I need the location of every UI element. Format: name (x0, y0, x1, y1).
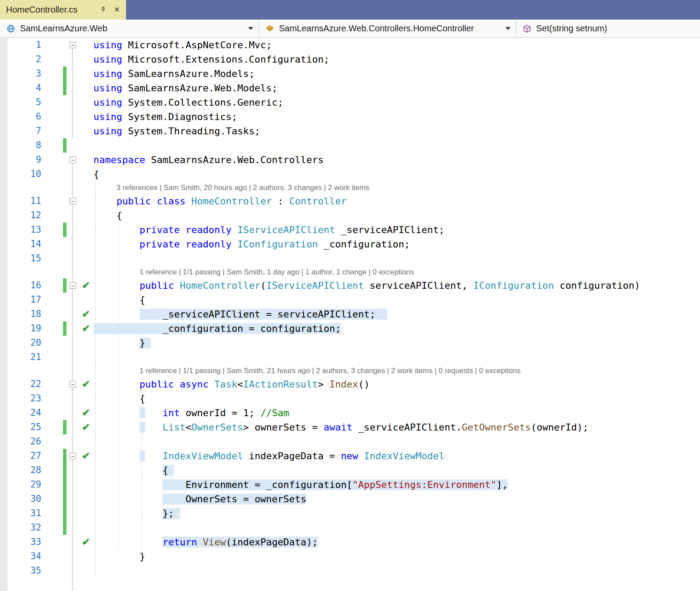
code-line[interactable]: 16−✔ public HomeController(IServiceAPICl… (0, 278, 700, 293)
code-line[interactable]: 26 (0, 434, 700, 449)
code-text: public HomeController(IServiceAPIClient … (93, 278, 700, 293)
code-token: _serviceAPIClient; (335, 224, 445, 235)
code-line[interactable]: 3using SamLearnsAzure.Models; (0, 67, 700, 81)
coverage-margin (79, 492, 93, 506)
coverage-margin (79, 350, 93, 364)
code-token: using (93, 68, 122, 79)
codelens-text[interactable]: 3 references | Sam Smith, 20 hours ago |… (93, 181, 700, 194)
code-line[interactable]: 7using System.Threading.Tasks; (0, 124, 700, 138)
code-line[interactable]: 20 } (0, 336, 700, 350)
collapse-toggle-icon[interactable]: − (70, 453, 76, 459)
code-line[interactable]: 22−✔ public async Task<IActionResult> In… (0, 377, 700, 391)
code-line[interactable]: 24✔ int ownerId = 1; //Sam (0, 406, 700, 420)
change-margin (46, 321, 66, 336)
outline-margin (66, 506, 79, 521)
change-margin (46, 449, 66, 463)
code-line[interactable]: 1−using Microsoft.AspNetCore.Mvc; (0, 38, 700, 52)
collapse-toggle-icon[interactable]: − (70, 381, 76, 387)
code-line[interactable]: 2using Microsoft.Extensions.Configuratio… (0, 52, 700, 67)
collapse-toggle-icon[interactable]: − (70, 42, 76, 48)
code-line[interactable]: 15 (0, 251, 700, 266)
code-line[interactable]: 19✔ _configuration = configuration; (0, 321, 700, 336)
code-line[interactable]: 14 private readonly IConfiguration _conf… (0, 237, 700, 251)
chevron-down-icon[interactable] (248, 27, 253, 30)
outline-margin (66, 251, 79, 266)
type-dropdown[interactable]: SamLearnsAzure.Web.Controllers.HomeContr… (259, 20, 516, 37)
code-token: View (203, 537, 226, 548)
coverage-margin (79, 477, 93, 492)
code-line[interactable]: 29 Environment = _configuration["AppSett… (0, 477, 700, 492)
code-line[interactable]: 9−namespace SamLearnsAzure.Web.Controlle… (0, 153, 700, 167)
code-line[interactable]: 34 } (0, 549, 700, 564)
codelens-row[interactable]: 3 references | Sam Smith, 20 hours ago |… (0, 181, 700, 194)
line-number (7, 266, 46, 278)
code-line[interactable]: 10{ (0, 167, 700, 181)
code-line[interactable]: 28 { (0, 463, 700, 477)
code-token: serviceAPIClient, (364, 280, 474, 291)
line-number: 12 (7, 208, 46, 223)
line-number: 30 (7, 492, 46, 506)
outline-margin: − (66, 377, 79, 391)
code-line[interactable]: 8 (0, 138, 700, 153)
code-editor[interactable]: 1−using Microsoft.AspNetCore.Mvc;2using … (0, 38, 700, 591)
code-line[interactable]: 4using SamLearnsAzure.Web.Models; (0, 81, 700, 95)
code-token (139, 451, 145, 461)
codelens-row[interactable]: 1 reference | 1/1 passing | Sam Smith, 2… (0, 364, 700, 377)
code-line[interactable]: 35 (0, 564, 700, 578)
line-number: 24 (7, 406, 46, 420)
pin-icon[interactable] (98, 5, 108, 15)
code-line[interactable]: 32 (0, 521, 700, 535)
change-indicator (63, 420, 66, 434)
code-token: _configuration; (318, 239, 410, 250)
coverage-margin: ✔ (79, 377, 93, 391)
member-dropdown[interactable]: Set(string setnum) (516, 20, 700, 37)
change-margin (46, 110, 66, 124)
code-token: IConfiguration (473, 280, 554, 291)
coverage-margin (79, 67, 93, 81)
code-line[interactable]: 11− public class HomeController : Contro… (0, 194, 700, 208)
line-number: 27 (7, 449, 46, 463)
line-number: 13 (7, 223, 46, 237)
code-token (197, 537, 202, 548)
codelens-row[interactable]: 1 reference | 1/1 passing | Sam Smith, 1… (0, 266, 700, 278)
change-indicator (63, 463, 66, 477)
collapse-toggle-icon[interactable]: − (70, 198, 76, 204)
code-line[interactable]: 18✔ _serviceAPIClient = serviceAPIClient… (0, 307, 700, 321)
code-line[interactable]: 31 }; (0, 506, 700, 521)
coverage-margin (79, 434, 93, 449)
code-token: using (93, 54, 122, 65)
code-line[interactable]: 33✔ return View(indexPageData); (0, 535, 700, 549)
code-line[interactable]: 30 OwnerSets = ownerSets (0, 492, 700, 506)
code-token: namespace (93, 154, 145, 165)
code-line[interactable]: 21 (0, 350, 700, 364)
codelens-text[interactable]: 1 reference | 1/1 passing | Sam Smith, 1… (93, 266, 700, 278)
outline-margin (66, 391, 79, 406)
project-dropdown[interactable]: SamLearnsAzure.Web (0, 20, 259, 37)
outline-margin (66, 321, 79, 336)
code-line[interactable]: 23 { (0, 391, 700, 406)
coverage-margin (79, 364, 93, 377)
code-text: using Microsoft.Extensions.Configuration… (93, 52, 700, 67)
code-line[interactable]: 17 { (0, 293, 700, 307)
code-line[interactable]: 6using System.Diagnostics; (0, 110, 700, 124)
code-line[interactable]: 27−✔ IndexViewModel indexPageData = new … (0, 449, 700, 463)
code-line[interactable]: 12 { (0, 208, 700, 223)
chevron-down-icon[interactable] (505, 27, 511, 30)
codelens-text[interactable]: 1 reference | 1/1 passing | Sam Smith, 2… (93, 364, 700, 377)
change-margin (46, 124, 66, 138)
outline-margin (66, 223, 79, 237)
line-number: 4 (7, 81, 46, 95)
test-pass-icon: ✔ (82, 321, 90, 336)
code-token (180, 224, 186, 235)
collapse-toggle-icon[interactable]: − (70, 282, 76, 289)
code-line[interactable]: 25✔ List<OwnerSets> ownerSets = await _s… (0, 420, 700, 434)
tab-homecontroller[interactable]: HomeController.cs ✕ (0, 0, 126, 20)
line-number: 14 (7, 237, 46, 251)
change-margin (46, 492, 66, 506)
line-number: 11 (7, 194, 46, 208)
code-line[interactable]: 5using System.Collections.Generic; (0, 95, 700, 110)
close-icon[interactable]: ✕ (112, 5, 122, 15)
collapse-toggle-icon[interactable]: − (70, 157, 76, 163)
code-token: Index (329, 379, 358, 390)
code-line[interactable]: 13 private readonly IServiceAPIClient _s… (0, 223, 700, 237)
